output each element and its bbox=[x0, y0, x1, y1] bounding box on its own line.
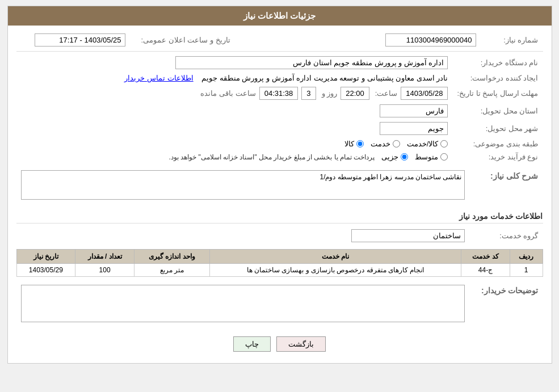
category-label: طبقه بندی موضوعی: bbox=[473, 140, 539, 148]
city-label: شهر محل تحویل: bbox=[486, 124, 539, 133]
creator-label: ایجاد کننده درخواست: bbox=[470, 74, 539, 82]
process-option-motavasset[interactable]: متوسط bbox=[415, 153, 448, 161]
category-option-khedmat[interactable]: خدمت bbox=[371, 140, 400, 148]
contact-link[interactable]: اطلاعات تماس خریدار bbox=[124, 74, 193, 82]
description-textarea[interactable]: نقاشی ساختمان مدرسه زهرا اطهر متوسطه دوم… bbox=[21, 170, 465, 200]
cell-date: 1403/05/29 bbox=[16, 264, 75, 277]
category-label-kala: کالا bbox=[344, 140, 354, 148]
need-number-label: شماره نیاز: bbox=[503, 36, 538, 44]
creator-value: نادر اسدی معاون پشتیبانی و توسعه مدیریت … bbox=[201, 74, 448, 82]
services-section-title: اطلاعات خدمات مورد نیاز bbox=[16, 208, 543, 224]
service-group-label: گروه خدمت: bbox=[499, 231, 538, 240]
buyer-org-value: اداره آموزش و پرورش منطقه جویم استان فار… bbox=[175, 56, 448, 69]
cell-quantity: 100 bbox=[75, 264, 135, 277]
need-number-value: 1103004969000040 bbox=[385, 33, 476, 47]
process-label: نوع فرآیند خرید: bbox=[489, 153, 539, 161]
table-row: 1 ج-44 انجام کارهای متفرقه درخصوص بازساز… bbox=[16, 264, 543, 277]
process-label-jozi: جزیی bbox=[381, 153, 398, 161]
col-name: نام خدمت bbox=[209, 250, 461, 264]
cell-unit: متر مربع bbox=[134, 264, 209, 277]
deadline-days: 3 bbox=[301, 87, 316, 100]
deadline-label: مهلت ارسال پاسخ تا تاریخ: bbox=[457, 89, 538, 98]
deadline-remaining: 04:31:38 bbox=[259, 87, 299, 100]
process-note: پرداخت تمام یا بخشی از مبلغ خریدار محل "… bbox=[169, 153, 375, 161]
city-value: جویم bbox=[380, 122, 448, 135]
deadline-time-label: ساعت: bbox=[375, 89, 398, 98]
page-title: جزئیات اطلاعات نیاز bbox=[8, 6, 552, 26]
process-option-jozi[interactable]: جزیی bbox=[381, 153, 408, 161]
process-radio-group: متوسط جزیی پرداخت تمام یا بخشی از مبلغ خ… bbox=[21, 153, 448, 161]
buyer-org-label: نام دستگاه خریدار: bbox=[481, 58, 539, 67]
category-radio-kala[interactable] bbox=[356, 140, 364, 147]
province-label: استان محل تحویل: bbox=[481, 107, 539, 115]
buyer-notes-textarea[interactable] bbox=[21, 285, 465, 322]
deadline-remaining-label: ساعت باقی مانده bbox=[200, 89, 255, 98]
process-radio-jozi[interactable] bbox=[401, 153, 408, 161]
category-label-kala-khedmat: کالا/خدمت bbox=[407, 140, 439, 148]
announcement-value: 1403/05/25 - 17:17 bbox=[35, 33, 125, 47]
buttons-row: بازگشت چاپ bbox=[16, 331, 543, 357]
announcement-label: تاریخ و ساعت اعلان عمومی: bbox=[141, 36, 230, 44]
category-option-kala-khedmat[interactable]: کالا/خدمت bbox=[407, 140, 448, 148]
deadline-time: 22:00 bbox=[341, 87, 369, 100]
print-button[interactable]: چاپ bbox=[233, 336, 271, 352]
category-option-kala[interactable]: کالا bbox=[344, 140, 364, 148]
services-table: ردیف کد خدمت نام خدمت واحد اندازه گیری ت… bbox=[16, 249, 543, 277]
province-value: فارس bbox=[380, 104, 448, 117]
deadline-date: 1403/05/28 bbox=[401, 87, 448, 100]
deadline-days-label: روز و bbox=[322, 89, 338, 98]
col-code: کد خدمت bbox=[461, 250, 510, 264]
category-radio-kala-khedmat[interactable] bbox=[440, 140, 448, 147]
category-radio-group: کالا/خدمت خدمت کالا bbox=[21, 140, 448, 148]
col-unit: واحد اندازه گیری bbox=[134, 250, 209, 264]
description-section-label: شرح کلی نیاز: bbox=[490, 171, 538, 180]
back-button[interactable]: بازگشت bbox=[276, 336, 326, 352]
col-row: ردیف bbox=[510, 250, 543, 264]
category-radio-khedmat[interactable] bbox=[393, 140, 400, 147]
process-label-motavasset: متوسط bbox=[415, 153, 438, 161]
service-group-value: ساختمان bbox=[351, 229, 465, 242]
cell-row: 1 bbox=[510, 264, 543, 277]
buyer-notes-label: توضیحات خریدار: bbox=[481, 286, 539, 295]
process-radio-motavasset[interactable] bbox=[440, 153, 448, 161]
cell-name: انجام کارهای متفرقه درخصوص بازسازی و بهس… bbox=[209, 264, 461, 277]
cell-code: ج-44 bbox=[461, 264, 510, 277]
col-quantity: تعداد / مقدار bbox=[75, 250, 135, 264]
category-label-khedmat: خدمت bbox=[371, 140, 390, 148]
col-date: تاریخ نیاز bbox=[16, 250, 75, 264]
